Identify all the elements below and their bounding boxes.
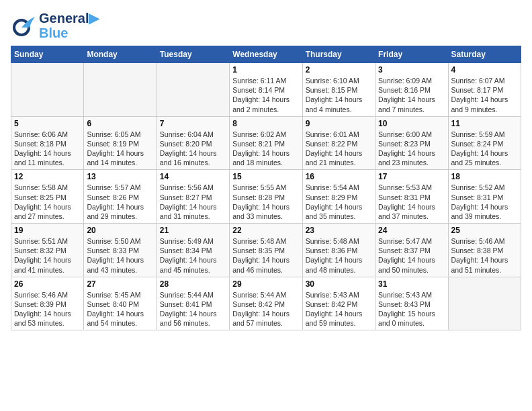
day-info: Sunrise: 6:09 AMSunset: 8:16 PMDaylight:…: [378, 76, 445, 114]
day-info: Sunrise: 5:55 AMSunset: 8:28 PMDaylight:…: [232, 183, 299, 221]
day-info: Sunrise: 5:51 AMSunset: 8:32 PMDaylight:…: [14, 236, 81, 275]
logo-line1: General▶: [39, 11, 99, 26]
weekday-header-friday: Friday: [375, 46, 448, 63]
weekday-header-row: SundayMondayTuesdayWednesdayThursdayFrid…: [11, 46, 521, 63]
day-number: 30: [306, 279, 372, 289]
day-number: 23: [306, 226, 372, 235]
page-header: General▶ Blue: [11, 11, 521, 40]
calendar-cell: 18Sunrise: 5:52 AMSunset: 8:31 PMDayligh…: [448, 170, 521, 224]
day-number: 10: [378, 119, 445, 128]
day-info: Sunrise: 5:43 AMSunset: 8:43 PMDaylight:…: [378, 290, 445, 328]
day-number: 7: [160, 119, 226, 128]
day-number: 11: [451, 119, 518, 128]
day-number: 8: [232, 119, 299, 128]
calendar-body: 1Sunrise: 6:11 AMSunset: 8:14 PMDaylight…: [11, 63, 521, 330]
weekday-header-tuesday: Tuesday: [157, 46, 229, 63]
day-number: 19: [14, 226, 81, 235]
day-number: 13: [87, 172, 153, 181]
day-info: Sunrise: 5:46 AMSunset: 8:38 PMDaylight:…: [451, 236, 518, 275]
day-number: 26: [14, 279, 81, 289]
day-info: Sunrise: 6:05 AMSunset: 8:19 PMDaylight:…: [87, 130, 153, 168]
day-info: Sunrise: 5:50 AMSunset: 8:33 PMDaylight:…: [87, 236, 153, 275]
calendar-cell: 5Sunrise: 6:06 AMSunset: 8:18 PMDaylight…: [11, 116, 84, 170]
calendar-cell: 19Sunrise: 5:51 AMSunset: 8:32 PMDayligh…: [11, 224, 84, 277]
day-info: Sunrise: 5:47 AMSunset: 8:37 PMDaylight:…: [378, 236, 445, 275]
day-info: Sunrise: 5:46 AMSunset: 8:39 PMDaylight:…: [14, 290, 81, 328]
day-info: Sunrise: 5:56 AMSunset: 8:27 PMDaylight:…: [160, 183, 226, 221]
day-number: 18: [451, 172, 518, 181]
calendar-week-3: 12Sunrise: 5:58 AMSunset: 8:25 PMDayligh…: [11, 170, 521, 224]
day-number: 4: [451, 65, 518, 75]
day-info: Sunrise: 5:43 AMSunset: 8:42 PMDaylight:…: [306, 290, 372, 328]
day-number: 3: [378, 65, 445, 75]
day-info: Sunrise: 5:44 AMSunset: 8:41 PMDaylight:…: [160, 290, 226, 328]
calendar-cell: 15Sunrise: 5:55 AMSunset: 8:28 PMDayligh…: [230, 170, 302, 224]
day-info: Sunrise: 5:59 AMSunset: 8:24 PMDaylight:…: [451, 130, 518, 168]
day-info: Sunrise: 5:45 AMSunset: 8:40 PMDaylight:…: [87, 290, 153, 328]
calendar-cell: 1Sunrise: 6:11 AMSunset: 8:14 PMDaylight…: [230, 63, 302, 117]
calendar-week-2: 5Sunrise: 6:06 AMSunset: 8:18 PMDaylight…: [11, 116, 521, 170]
day-info: Sunrise: 5:53 AMSunset: 8:31 PMDaylight:…: [378, 183, 445, 221]
day-info: Sunrise: 5:52 AMSunset: 8:31 PMDaylight:…: [451, 183, 518, 221]
logo-line2: Blue: [39, 26, 99, 40]
day-info: Sunrise: 6:11 AMSunset: 8:14 PMDaylight:…: [232, 76, 299, 114]
calendar-cell: 26Sunrise: 5:46 AMSunset: 8:39 PMDayligh…: [11, 277, 84, 330]
calendar-cell: 13Sunrise: 5:57 AMSunset: 8:26 PMDayligh…: [84, 170, 157, 224]
calendar-cell: 3Sunrise: 6:09 AMSunset: 8:16 PMDaylight…: [375, 63, 448, 117]
calendar-cell: 14Sunrise: 5:56 AMSunset: 8:27 PMDayligh…: [157, 170, 229, 224]
day-number: 27: [87, 279, 153, 289]
calendar-week-1: 1Sunrise: 6:11 AMSunset: 8:14 PMDaylight…: [11, 63, 521, 117]
day-number: 14: [160, 172, 226, 181]
day-info: Sunrise: 6:04 AMSunset: 8:20 PMDaylight:…: [160, 130, 226, 168]
calendar-cell: 7Sunrise: 6:04 AMSunset: 8:20 PMDaylight…: [157, 116, 229, 170]
day-info: Sunrise: 6:06 AMSunset: 8:18 PMDaylight:…: [14, 130, 81, 168]
calendar-cell: 21Sunrise: 5:49 AMSunset: 8:34 PMDayligh…: [157, 224, 229, 277]
calendar-cell: 31Sunrise: 5:43 AMSunset: 8:43 PMDayligh…: [375, 277, 448, 330]
calendar-cell: 24Sunrise: 5:47 AMSunset: 8:37 PMDayligh…: [375, 224, 448, 277]
day-number: 12: [14, 172, 81, 181]
calendar-cell: 23Sunrise: 5:48 AMSunset: 8:36 PMDayligh…: [302, 224, 375, 277]
day-number: 25: [451, 226, 518, 235]
day-number: 24: [378, 226, 445, 235]
day-info: Sunrise: 5:54 AMSunset: 8:29 PMDaylight:…: [306, 183, 372, 221]
calendar-table: SundayMondayTuesdayWednesdayThursdayFrid…: [11, 46, 521, 330]
day-number: 6: [87, 119, 153, 128]
calendar-cell: 12Sunrise: 5:58 AMSunset: 8:25 PMDayligh…: [11, 170, 84, 224]
weekday-header-monday: Monday: [84, 46, 157, 63]
day-info: Sunrise: 5:57 AMSunset: 8:26 PMDaylight:…: [87, 183, 153, 221]
calendar-cell: 22Sunrise: 5:48 AMSunset: 8:35 PMDayligh…: [230, 224, 302, 277]
calendar-cell: 16Sunrise: 5:54 AMSunset: 8:29 PMDayligh…: [302, 170, 375, 224]
day-number: 31: [378, 279, 445, 289]
calendar-cell: 30Sunrise: 5:43 AMSunset: 8:42 PMDayligh…: [302, 277, 375, 330]
weekday-header-saturday: Saturday: [448, 46, 521, 63]
day-info: Sunrise: 5:44 AMSunset: 8:42 PMDaylight:…: [232, 290, 299, 328]
calendar-cell: [11, 63, 84, 117]
calendar-week-5: 26Sunrise: 5:46 AMSunset: 8:39 PMDayligh…: [11, 277, 521, 330]
calendar-cell: 27Sunrise: 5:45 AMSunset: 8:40 PMDayligh…: [84, 277, 157, 330]
day-info: Sunrise: 6:00 AMSunset: 8:23 PMDaylight:…: [378, 130, 445, 168]
logo: General▶ Blue: [11, 11, 99, 40]
day-info: Sunrise: 5:49 AMSunset: 8:34 PMDaylight:…: [160, 236, 226, 275]
day-number: 22: [232, 226, 299, 235]
day-number: 1: [232, 65, 299, 75]
calendar-cell: 17Sunrise: 5:53 AMSunset: 8:31 PMDayligh…: [375, 170, 448, 224]
calendar-cell: [84, 63, 157, 117]
calendar-cell: 28Sunrise: 5:44 AMSunset: 8:41 PMDayligh…: [157, 277, 229, 330]
day-info: Sunrise: 6:01 AMSunset: 8:22 PMDaylight:…: [306, 130, 372, 168]
calendar-cell: 8Sunrise: 6:02 AMSunset: 8:21 PMDaylight…: [230, 116, 302, 170]
calendar-cell: [448, 277, 521, 330]
calendar-cell: 2Sunrise: 6:10 AMSunset: 8:15 PMDaylight…: [302, 63, 375, 117]
calendar-cell: 4Sunrise: 6:07 AMSunset: 8:17 PMDaylight…: [448, 63, 521, 117]
day-number: 15: [232, 172, 299, 181]
day-number: 17: [378, 172, 445, 181]
day-number: 16: [306, 172, 372, 181]
day-info: Sunrise: 6:10 AMSunset: 8:15 PMDaylight:…: [306, 76, 372, 114]
calendar-cell: 9Sunrise: 6:01 AMSunset: 8:22 PMDaylight…: [302, 116, 375, 170]
day-info: Sunrise: 6:07 AMSunset: 8:17 PMDaylight:…: [451, 76, 518, 114]
day-number: 2: [306, 65, 372, 75]
weekday-header-sunday: Sunday: [11, 46, 84, 63]
day-number: 20: [87, 226, 153, 235]
day-info: Sunrise: 5:48 AMSunset: 8:36 PMDaylight:…: [306, 236, 372, 275]
calendar-cell: [157, 63, 229, 117]
calendar-week-4: 19Sunrise: 5:51 AMSunset: 8:32 PMDayligh…: [11, 224, 521, 277]
